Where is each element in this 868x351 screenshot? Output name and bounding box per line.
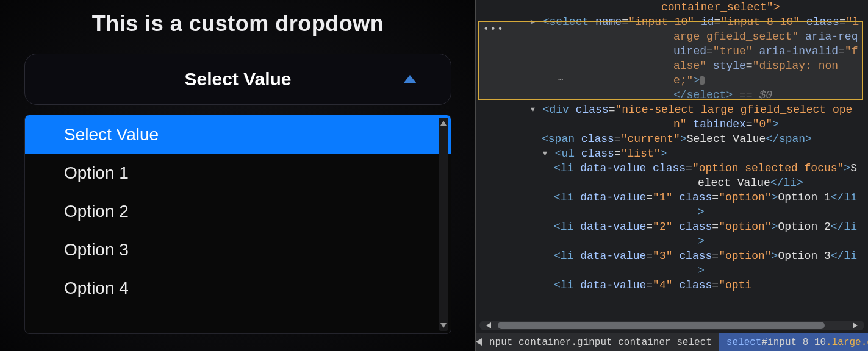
svg-marker-1 (440, 121, 447, 126)
svg-marker-2 (440, 323, 447, 328)
options-scrollbar[interactable] (439, 118, 448, 331)
dropdown-options-list: Select Value Option 1 Option 2 Option 3 … (25, 115, 451, 333)
scrollbar-thumb[interactable] (498, 322, 825, 329)
ellipsis-icon[interactable]: ⋯ (700, 76, 705, 85)
dropdown-current-value: Select Value (184, 69, 291, 90)
horizontal-scrollbar[interactable] (479, 321, 864, 330)
chevron-up-icon (403, 75, 417, 83)
dom-node[interactable]: <li data-value="2" class="option">Option… (478, 219, 863, 249)
dropdown-option[interactable]: Option 2 (25, 192, 451, 230)
dom-node[interactable]: <li data-value="4" class="opti (478, 278, 863, 292)
expand-toggle-icon[interactable]: ▾ (542, 147, 555, 160)
dom-node-selected[interactable]: ▸ <select name="input_10" id="input_8_10… (478, 15, 863, 102)
dom-node[interactable]: ▾ <ul class="list"> (478, 146, 863, 161)
dom-node[interactable]: <li data-value class="option selected fo… (478, 161, 863, 190)
dropdown-option[interactable]: Option 4 (25, 269, 451, 307)
dom-node[interactable]: container_select"> (478, 0, 863, 15)
devtools-elements-panel: ••• container_select"> ▸ <select name="i… (476, 0, 868, 351)
svg-marker-0 (403, 75, 417, 83)
dropdown-trigger[interactable]: Select Value (24, 54, 451, 105)
breadcrumb-item-selected[interactable]: select#input_8_10.large.gfield_select (719, 333, 868, 351)
scroll-down-icon[interactable] (439, 320, 448, 331)
dom-node[interactable]: ▾ <div class="nice-select large gfield_s… (478, 102, 863, 132)
dom-node[interactable]: <li data-value="1" class="option">Option… (478, 190, 863, 219)
dropdown-container: Select Value (24, 54, 451, 105)
collapsed-indicator-icon: ••• (483, 22, 504, 37)
breadcrumb-item[interactable]: nput_container.ginput_container_select (482, 333, 719, 351)
expand-toggle-icon[interactable]: ▾ (529, 104, 543, 116)
breadcrumb[interactable]: nput_container.ginput_container_select s… (476, 333, 868, 351)
svg-marker-5 (476, 338, 482, 346)
breadcrumb-back-icon[interactable] (476, 333, 482, 351)
svg-marker-4 (853, 322, 858, 328)
dropdown-options-panel: Select Value Option 1 Option 2 Option 3 … (24, 115, 451, 334)
dropdown-option[interactable]: Option 3 (25, 230, 451, 269)
dropdown-option[interactable]: Select Value (25, 115, 451, 154)
scroll-up-icon[interactable] (439, 118, 448, 129)
dom-node[interactable]: <span class="current">Select Value</span… (478, 132, 863, 146)
dropdown-option[interactable]: Option 1 (25, 154, 451, 192)
scroll-right-icon[interactable] (848, 321, 862, 330)
expand-toggle-icon[interactable]: ▸ (529, 16, 543, 28)
dom-tree[interactable]: ••• container_select"> ▸ <select name="i… (476, 0, 868, 314)
page-title: This is a custom dropdown (0, 11, 476, 37)
scroll-left-icon[interactable] (482, 321, 495, 330)
dom-node[interactable]: <li data-value="3" class="option">Option… (478, 249, 863, 278)
svg-marker-3 (486, 322, 491, 328)
preview-pane: This is a custom dropdown Select Value S… (0, 0, 476, 351)
